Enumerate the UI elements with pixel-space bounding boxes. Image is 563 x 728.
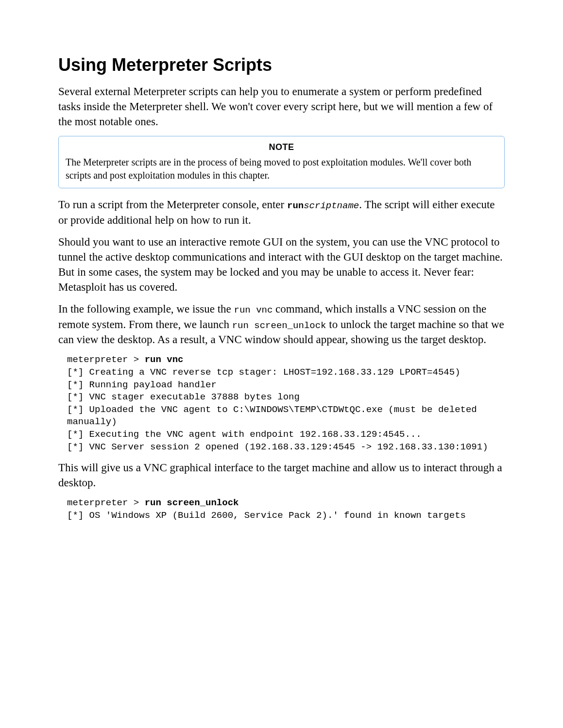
output: [*] OS 'Windows XP (Build 2600, Service … xyxy=(67,510,466,521)
note-body: The Meterpreter scripts are in the proce… xyxy=(66,156,497,182)
codeblock-run-screen-unlock: meterpreter > run screen_unlock [*] OS '… xyxy=(67,497,505,522)
code-run-vnc: run vnc xyxy=(234,305,273,315)
paragraph-vnc-example: In the following example, we issue the r… xyxy=(58,301,505,347)
note-box: NOTE The Meterpreter scripts are in the … xyxy=(58,136,505,188)
codeblock-run-vnc: meterpreter > run vnc [*] Creating a VNC… xyxy=(67,354,505,453)
prompt: meterpreter > xyxy=(67,497,145,508)
paragraph-vnc-intro: Should you want to use an interactive re… xyxy=(58,234,505,295)
command: run screen_unlock xyxy=(145,497,239,508)
text: To run a script from the Meterpreter con… xyxy=(58,199,287,211)
paragraph-run-console: To run a script from the Meterpreter con… xyxy=(58,197,505,228)
code-scriptname: scriptname xyxy=(304,200,359,211)
code-run: run xyxy=(287,200,304,211)
text: In the following example, we issue the xyxy=(58,303,234,315)
paragraph-vnc-result: This will give us a VNC graphical interf… xyxy=(58,460,505,490)
prompt: meterpreter > xyxy=(67,354,145,365)
note-title: NOTE xyxy=(66,141,497,153)
output: [*] Creating a VNC reverse tcp stager: L… xyxy=(67,367,488,452)
page-heading: Using Meterpreter Scripts xyxy=(58,53,505,77)
code-run-screen-unlock: run screen_unlock xyxy=(232,320,326,331)
command: run vnc xyxy=(145,354,184,365)
paragraph-intro: Several external Meterpreter scripts can… xyxy=(58,84,505,129)
